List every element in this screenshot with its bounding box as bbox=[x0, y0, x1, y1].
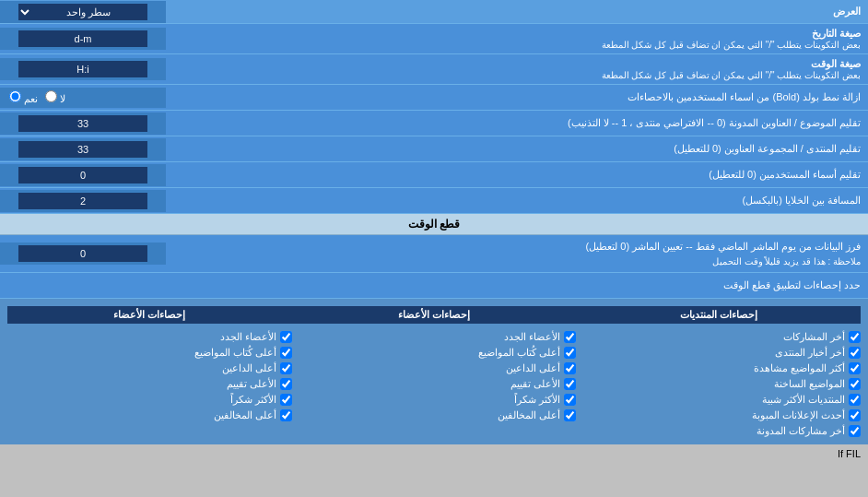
checkbox-most-thanked-2[interactable] bbox=[280, 394, 292, 406]
checkbox-label: أخر مشاركات المدونة bbox=[757, 425, 845, 437]
forum-limit-input[interactable] bbox=[18, 141, 147, 158]
time-format-input-area bbox=[0, 58, 166, 80]
display-select[interactable]: سطر واحد سطرين ثلاثة أسطر bbox=[18, 4, 147, 20]
checkbox-col-members-right: إحصاءات الأعضاء الأعضاء الجدد أعلى كُتاب… bbox=[7, 306, 292, 437]
radio-no-label: لا bbox=[45, 90, 65, 105]
checkbox-most-thanked[interactable] bbox=[564, 394, 576, 406]
col1-header: إحصاءات الأعضاء bbox=[292, 306, 577, 324]
time-format-label: صيغة الوقت بعض التكوينات يتطلب "/" التي … bbox=[166, 54, 868, 84]
title-limit-input[interactable] bbox=[18, 115, 147, 132]
checkbox-top-inviters[interactable] bbox=[564, 362, 576, 374]
radio-yes-label: نعم bbox=[9, 90, 38, 105]
checkbox-forum-news[interactable] bbox=[849, 347, 861, 359]
checkbox-label: أحدث الإعلانات المبوبة bbox=[752, 409, 845, 421]
checkbox-label: الأعضاء الجدد bbox=[504, 331, 560, 343]
header-label: العرض bbox=[166, 2, 868, 21]
header-row: العرض سطر واحد سطرين ثلاثة أسطر bbox=[0, 0, 868, 24]
checkbox-label: الأعضاء الجدد bbox=[220, 331, 276, 343]
date-format-row: صيغة التاريخ بعض التكوينات يتطلب "/" الت… bbox=[0, 24, 868, 54]
gap-row: المسافة بين الخلايا (بالبكسل) bbox=[0, 188, 868, 214]
cut-time-note: ملاحظة : هذا قد يزيد قليلاً وقت التحميل bbox=[173, 254, 861, 268]
cut-time-row: فرز البيانات من يوم الماشر الماضي فقط --… bbox=[0, 235, 868, 273]
checkbox-label: أعلى المخالفين bbox=[498, 409, 560, 421]
cut-time-input[interactable] bbox=[18, 245, 147, 262]
checkbox-col-forums: إحصاءات المنتديات أخر المشاركات أخر أخبا… bbox=[576, 306, 861, 437]
checkbox-new-members[interactable] bbox=[564, 331, 576, 343]
list-item: أعلى الداعين bbox=[7, 362, 292, 374]
checkbox-label: أخر أخبار المنتدى bbox=[775, 347, 845, 359]
checkboxes-container: إحصاءات المنتديات أخر المشاركات أخر أخبا… bbox=[0, 299, 868, 444]
checkbox-top-writers[interactable] bbox=[564, 347, 576, 359]
checkbox-top-inviters-2[interactable] bbox=[280, 362, 292, 374]
list-item: أخر أخبار المنتدى bbox=[576, 347, 861, 359]
checkbox-label: المواضيع الساخنة bbox=[774, 378, 845, 390]
checkbox-classifieds[interactable] bbox=[849, 409, 861, 421]
time-format-input[interactable] bbox=[18, 61, 147, 77]
list-item: أخر مشاركات المدونة bbox=[576, 425, 861, 437]
checkbox-most-viewed[interactable] bbox=[849, 362, 861, 374]
checkbox-blog-posts[interactable] bbox=[849, 425, 861, 437]
cut-section-header: قطع الوقت bbox=[0, 214, 868, 235]
list-item: الأعضاء الجدد bbox=[7, 331, 292, 343]
list-item: أعلى المخالفين bbox=[7, 409, 292, 421]
list-item: أعلى المخالفين bbox=[292, 409, 577, 421]
date-format-label: صيغة التاريخ بعض التكوينات يتطلب "/" الت… bbox=[166, 24, 868, 53]
bold-remove-row: ازالة نمط بولد (Bold) من اسماء المستخدمي… bbox=[0, 85, 868, 111]
list-item: الأكثر شكراً bbox=[7, 394, 292, 406]
list-item: أخر المشاركات bbox=[576, 331, 861, 343]
users-limit-input-area bbox=[0, 164, 166, 186]
time-format-sub: بعض التكوينات يتطلب "/" التي يمكن ان تضا… bbox=[173, 70, 861, 80]
date-format-input[interactable] bbox=[18, 30, 147, 47]
list-item: المنتديات الأكثر شبية bbox=[576, 394, 861, 406]
checkbox-top-violators[interactable] bbox=[564, 409, 576, 421]
forum-limit-input-area bbox=[0, 138, 166, 160]
checkbox-label: الأكثر شكراً bbox=[230, 394, 276, 406]
checkbox-label: أخر المشاركات bbox=[783, 331, 845, 343]
radio-yes[interactable] bbox=[9, 90, 21, 102]
forum-limit-label: تقليم المنتدى / المجموعة العناوين (0 للت… bbox=[166, 139, 868, 159]
users-limit-label: تقليم أسماء المستخدمين (0 للتعطيل) bbox=[166, 165, 868, 184]
checkbox-top-rated-2[interactable] bbox=[280, 378, 292, 390]
time-format-row: صيغة الوقت بعض التكوينات يتطلب "/" التي … bbox=[0, 54, 868, 85]
checkbox-new-members-2[interactable] bbox=[280, 331, 292, 343]
checkbox-hot-topics[interactable] bbox=[849, 378, 861, 390]
list-item: الأعضاء الجدد bbox=[292, 331, 577, 343]
checkbox-col-members-mid: إحصاءات الأعضاء الأعضاء الجدد أعلى كُتاب… bbox=[292, 306, 577, 437]
list-item: الأكثر شكراً bbox=[292, 394, 577, 406]
checkbox-label: أعلى كُتاب المواضيع bbox=[478, 347, 560, 359]
date-format-input-area bbox=[0, 28, 166, 50]
stats-limit-label: حدد إحصاءات لتطبيق قطع الوقت bbox=[0, 276, 868, 295]
gap-input-area bbox=[0, 190, 166, 212]
checkbox-label: أعلى المخالفين bbox=[214, 409, 276, 421]
list-item: أحدث الإعلانات المبوبة bbox=[576, 409, 861, 421]
col3-header: إحصاءات الأعضاء bbox=[7, 306, 292, 324]
checkbox-label: الأعلى تقييم bbox=[227, 378, 276, 390]
checkbox-label: الأكثر شكراً bbox=[514, 394, 560, 406]
time-format-title: صيغة الوقت bbox=[173, 58, 861, 70]
checkbox-top-rated[interactable] bbox=[564, 378, 576, 390]
list-item: الأعلى تقييم bbox=[292, 378, 577, 390]
radio-no[interactable] bbox=[45, 90, 57, 102]
checkbox-label: أعلى الداعين bbox=[506, 362, 560, 374]
gap-input[interactable] bbox=[18, 193, 147, 209]
list-item: أعلى كُتاب المواضيع bbox=[7, 347, 292, 359]
list-item: أعلى الداعين bbox=[292, 362, 577, 374]
list-item: أعلى كُتاب المواضيع bbox=[292, 347, 577, 359]
checkbox-most-similar[interactable] bbox=[849, 394, 861, 406]
date-format-sub: بعض التكوينات يتطلب "/" التي يمكن ان تضا… bbox=[173, 40, 861, 50]
checkbox-label: أعلى الداعين bbox=[222, 362, 276, 374]
checkbox-top-violators-2[interactable] bbox=[280, 409, 292, 421]
gap-label: المسافة بين الخلايا (بالبكسل) bbox=[166, 191, 868, 210]
list-item: الأعلى تقييم bbox=[7, 378, 292, 390]
checkbox-label: أكثر المواضيع مشاهدة bbox=[754, 362, 845, 374]
bold-remove-radio-area: نعم لا bbox=[0, 88, 166, 108]
title-limit-input-area bbox=[0, 112, 166, 135]
list-item: أكثر المواضيع مشاهدة bbox=[576, 362, 861, 374]
checkbox-label: المنتديات الأكثر شبية bbox=[762, 394, 845, 406]
stats-limit-row: حدد إحصاءات لتطبيق قطع الوقت bbox=[0, 273, 868, 299]
title-limit-row: تقليم الموضوع / العناوين المدونة (0 -- ا… bbox=[0, 111, 868, 136]
users-limit-input[interactable] bbox=[18, 167, 147, 183]
checkbox-top-writers-2[interactable] bbox=[280, 347, 292, 359]
checkbox-last-posts[interactable] bbox=[849, 331, 861, 343]
col2-header: إحصاءات المنتديات bbox=[576, 306, 861, 324]
